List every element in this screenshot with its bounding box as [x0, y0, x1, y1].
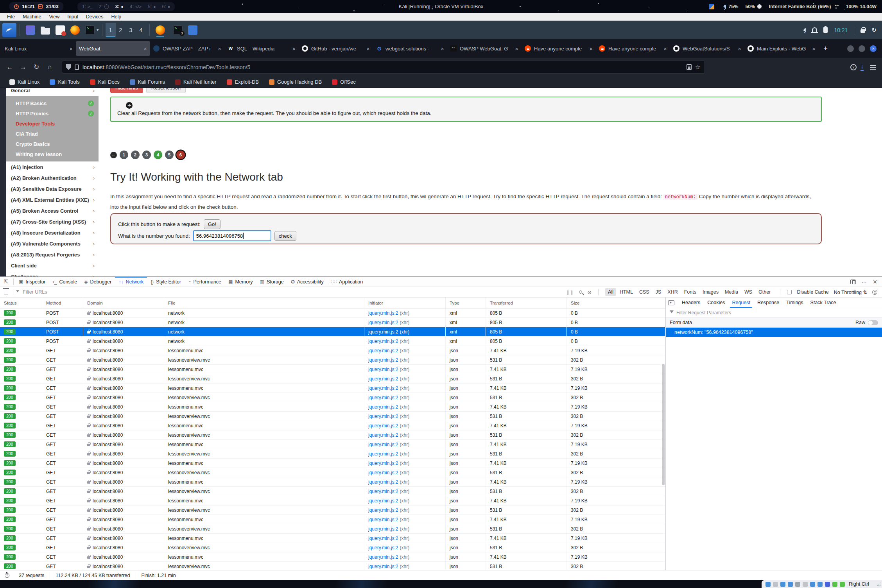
tray-battery[interactable]: 50% [745, 4, 762, 9]
sidebar-category-item[interactable]: (A9) Vulnerable Components › [6, 238, 99, 249]
browser-tab[interactable]: OWASP WebGoat: G × [447, 41, 522, 56]
page-button[interactable]: 2 [131, 151, 140, 159]
seamless-icon[interactable] [817, 582, 823, 587]
host-workspace-item[interactable]: 5: ● [148, 4, 156, 9]
sidebar-lesson-item[interactable]: HTTP Basics ✓ [6, 98, 99, 108]
check-button[interactable]: check [274, 231, 296, 241]
type-filter-button[interactable]: Media [722, 288, 741, 296]
vm-workspace-button[interactable]: 1 [106, 23, 116, 37]
hide-hints-button[interactable]: Hide hints [110, 88, 143, 93]
filter-request-parameters-input[interactable]: Filter Request Parameters [676, 310, 731, 316]
browser-tab[interactable]: webgoat solutions - × [373, 41, 447, 56]
type-filter-button[interactable]: CSS [636, 288, 652, 296]
request-panel-tab[interactable]: Response [754, 298, 783, 307]
go-button[interactable]: Go! [204, 219, 220, 229]
kali-menu-button[interactable] [2, 23, 16, 37]
bookmark-item[interactable]: Kali Tools [50, 79, 79, 85]
bookmark-item[interactable]: OffSec [332, 79, 356, 85]
network-request-row[interactable]: 200 GET localhost:8080 lessonmenu.mvc jq… [0, 496, 665, 506]
initiator-link[interactable]: jquery.min.js:2 [368, 404, 398, 410]
devtools-tab[interactable]: ▣ Inspector [15, 277, 49, 287]
url-bar[interactable]: localhost:8080/WebGoat/start.mvc#lesson/… [62, 61, 705, 74]
browser-tab[interactable]: Have anyone comple × [522, 41, 596, 56]
page-info-icon[interactable] [75, 65, 79, 70]
initiator-link[interactable]: jquery.min.js:2 [368, 545, 398, 550]
devtools-tab[interactable]: ✪ Accessibility [287, 277, 327, 287]
devtools-close-icon[interactable]: ✕ [873, 279, 877, 285]
network-request-row[interactable]: 200 GET localhost:8080 lessonmenu.mvc jq… [0, 459, 665, 468]
devtools-tab[interactable]: ›_ Console [49, 277, 81, 287]
autoresize-icon[interactable] [832, 582, 837, 587]
initiator-link[interactable]: jquery.min.js:2 [368, 357, 398, 363]
sidebar-category-item[interactable]: Challenges › [6, 271, 99, 276]
request-panel-tab[interactable]: Timings [783, 298, 807, 307]
initiator-link[interactable]: jquery.min.js:2 [368, 461, 398, 466]
vbox-menu-item[interactable]: Machine [19, 14, 45, 20]
audio-icon[interactable] [780, 582, 785, 587]
initiator-link[interactable]: jquery.min.js:2 [368, 517, 398, 522]
network-request-row[interactable]: 200 GET localhost:8080 lessonmenu.mvc jq… [0, 515, 665, 524]
sidebar-lesson-item[interactable]: Developer Tools ✓ [6, 118, 99, 129]
forward-button[interactable]: → [16, 61, 30, 74]
initiator-link[interactable]: jquery.min.js:2 [368, 339, 398, 344]
initiator-link[interactable]: jquery.min.js:2 [368, 489, 398, 494]
collapse-panel-icon[interactable] [668, 300, 674, 305]
type-filter-button[interactable]: Images [700, 288, 721, 296]
network-request-row[interactable]: 200 GET localhost:8080 lessonmenu.mvc jq… [0, 552, 665, 562]
network-request-row[interactable]: 200 GET localhost:8080 lessonmenu.mvc jq… [0, 384, 665, 393]
filter-urls-input[interactable]: Filter URLs [23, 289, 47, 295]
network-request-row[interactable]: 200 POST localhost:8080 network jquery.m… [0, 327, 665, 337]
network-icon[interactable] [788, 582, 793, 587]
browser-tab[interactable]: Have anyone comple × [596, 41, 670, 56]
network-request-row[interactable]: 200 GET localhost:8080 lessonmenu.mvc jq… [0, 421, 665, 430]
network-list-scrollbar[interactable] [662, 364, 665, 485]
initiator-link[interactable]: jquery.min.js:2 [368, 451, 398, 457]
network-request-row[interactable]: 200 GET localhost:8080 lessonoverview.mv… [0, 468, 665, 477]
window-maximize-button[interactable] [859, 45, 865, 52]
initiator-link[interactable]: jquery.min.js:2 [368, 320, 398, 325]
type-filter-button[interactable]: WS [742, 288, 755, 296]
tab-close-icon[interactable]: × [218, 45, 221, 52]
files-taskbar-icon[interactable] [188, 25, 197, 35]
sidebar-category-item[interactable]: (A8:2013) Request Forgeries › [6, 249, 99, 260]
sidebar-category-item[interactable]: (A3) Sensitive Data Exposure › [6, 183, 99, 194]
network-request-row[interactable]: 200 GET localhost:8080 lessonmenu.mvc jq… [0, 440, 665, 449]
sidebar-category-item[interactable]: (A8) Insecure Deserialization › [6, 227, 99, 238]
column-header[interactable]: Status [0, 298, 42, 308]
network-request-row[interactable]: 200 GET localhost:8080 lessonmenu.mvc jq… [0, 346, 665, 355]
initiator-link[interactable]: jquery.min.js:2 [368, 423, 398, 428]
sidebar-category-item[interactable]: (A5) Broken Access Control › [6, 205, 99, 216]
tab-close-icon[interactable]: × [366, 45, 370, 52]
resize-grip[interactable] [877, 582, 881, 586]
vbox-menu-item[interactable]: Input [63, 14, 82, 20]
network-request-row[interactable]: 200 GET localhost:8080 lessonoverview.mv… [0, 487, 665, 496]
network-request-row[interactable]: 200 GET localhost:8080 lessonoverview.mv… [0, 543, 665, 552]
firefox-launcher-icon[interactable] [70, 25, 80, 35]
tray-volume[interactable]: 75% [721, 4, 738, 9]
network-request-row[interactable]: 200 GET localhost:8080 lessonoverview.mv… [0, 393, 665, 402]
page-button[interactable]: 1 [120, 151, 128, 159]
initiator-link[interactable]: jquery.min.js:2 [368, 498, 398, 504]
browser-tab[interactable]: OWASP ZAP – ZAP i × [150, 41, 224, 56]
initiator-link[interactable]: jquery.min.js:2 [368, 470, 398, 475]
sidebar-lesson-item[interactable]: Writing new lesson ✓ [6, 149, 99, 159]
mouse-integration-icon[interactable] [840, 582, 845, 587]
search-icon[interactable] [579, 290, 582, 294]
type-filter-button[interactable]: XHR [665, 288, 680, 296]
terminal-taskbar-icon[interactable]: 3 [173, 25, 183, 35]
text-editor-icon[interactable] [56, 25, 65, 35]
clear-requests-icon[interactable] [4, 290, 8, 294]
vm-notifications-icon[interactable] [812, 27, 817, 32]
browser-tab[interactable]: WebGoat × [76, 41, 150, 56]
shared-folders-icon[interactable] [803, 582, 808, 587]
request-panel-tab[interactable]: Request [728, 298, 754, 307]
initiator-link[interactable]: jquery.min.js:2 [368, 329, 398, 335]
initiator-link[interactable]: jquery.min.js:2 [368, 432, 398, 438]
bookmark-item[interactable]: Kali Forums [130, 79, 165, 85]
tab-close-icon[interactable]: × [441, 45, 444, 52]
page-button[interactable]: 4 [154, 151, 162, 159]
tray-network[interactable]: Internet Familie Bolz (66%) [769, 4, 839, 9]
devtools-tab[interactable]: ∷∷ Application [327, 277, 366, 287]
initiator-link[interactable]: jquery.min.js:2 [368, 507, 398, 513]
disable-cache-checkbox[interactable] [787, 290, 792, 294]
